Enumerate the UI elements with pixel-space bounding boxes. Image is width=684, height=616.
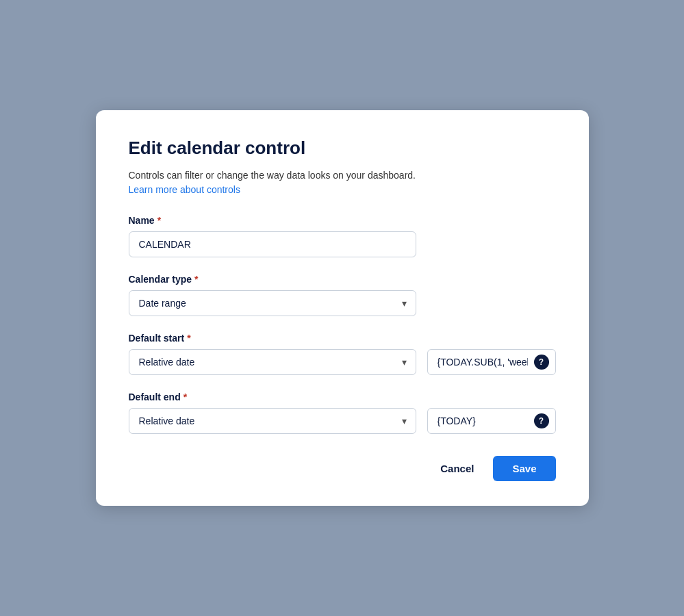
modal-overlay: Edit calendar control Controls can filte…: [0, 0, 684, 616]
default-end-field-group: Default end * Relative date Fixed date N…: [129, 392, 556, 434]
name-label: Name *: [129, 215, 556, 226]
calendar-type-label: Calendar type *: [129, 274, 556, 285]
calendar-type-field-group: Calendar type * Date range Single date ▾: [129, 274, 556, 316]
default-end-select[interactable]: Relative date Fixed date No default: [129, 408, 416, 434]
name-field-group: Name *: [129, 215, 556, 257]
default-start-select[interactable]: Relative date Fixed date No default: [129, 349, 416, 375]
default-end-formula-wrapper: ?: [427, 408, 556, 434]
learn-more-link[interactable]: Learn more about controls: [129, 184, 240, 195]
name-required-indicator: *: [157, 215, 161, 226]
modal-footer: Cancel Save: [129, 456, 556, 481]
default-start-select-wrapper: Relative date Fixed date No default ▾: [129, 349, 416, 375]
default-end-help-icon[interactable]: ?: [534, 413, 549, 428]
default-end-label: Default end *: [129, 392, 556, 402]
calendar-type-select[interactable]: Date range Single date: [129, 290, 416, 316]
save-button[interactable]: Save: [493, 456, 555, 481]
name-input[interactable]: [129, 231, 416, 257]
default-start-formula-wrapper: ?: [427, 349, 556, 375]
calendar-type-select-wrapper: Date range Single date ▾: [129, 290, 416, 316]
modal-dialog: Edit calendar control Controls can filte…: [96, 110, 589, 506]
calendar-type-required-indicator: *: [194, 274, 198, 285]
default-end-row: Relative date Fixed date No default ▾ ?: [129, 408, 556, 434]
default-start-help-icon[interactable]: ?: [534, 355, 549, 370]
default-start-field-group: Default start * Relative date Fixed date…: [129, 333, 556, 375]
default-start-required-indicator: *: [187, 333, 190, 344]
form-section: Name * Calendar type * Date range Single…: [129, 215, 556, 434]
default-start-row: Relative date Fixed date No default ▾ ?: [129, 349, 556, 375]
default-start-label: Default start *: [129, 333, 556, 344]
cancel-button[interactable]: Cancel: [432, 457, 482, 480]
default-end-select-wrapper: Relative date Fixed date No default ▾: [129, 408, 416, 434]
modal-description: Controls can filter or change the way da…: [129, 170, 556, 181]
default-end-required-indicator: *: [183, 392, 187, 402]
modal-title: Edit calendar control: [129, 138, 556, 159]
